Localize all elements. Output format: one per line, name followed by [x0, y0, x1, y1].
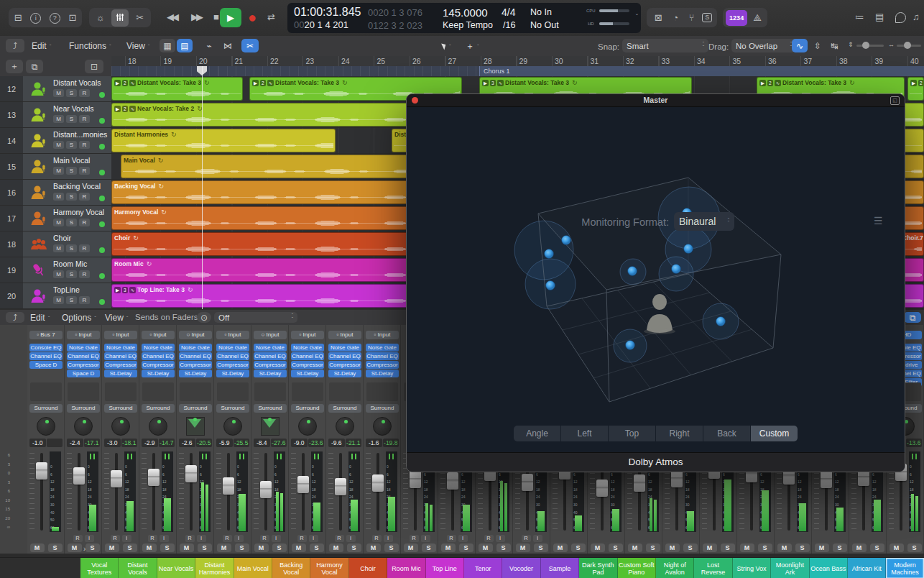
input-slot-button[interactable]: ▫ Input — [67, 331, 100, 339]
sends-power-icon[interactable]: ⊙ — [197, 312, 211, 323]
take-folder-play-icon[interactable]: ▶ — [759, 80, 766, 86]
fader-cap[interactable] — [671, 470, 683, 487]
audio-region[interactable]: ▶2∿Distant Vocals: Take 3↻ — [907, 77, 924, 101]
fx-plugin-button[interactable]: Channel EQ — [366, 352, 399, 360]
track-name[interactable]: Near Vocals — [53, 104, 109, 113]
editors-icon[interactable]: ▤ — [872, 12, 887, 22]
track-select-chip[interactable]: Modern Machines — [886, 558, 924, 578]
mute-button[interactable]: M — [441, 543, 456, 552]
track-select-chip[interactable]: African Kit — [848, 558, 886, 578]
fader-cap[interactable] — [522, 474, 533, 491]
track-number[interactable]: 17 — [0, 206, 24, 231]
view-button-back[interactable]: Back — [703, 426, 750, 441]
take-folder-play-icon[interactable]: ▶ — [482, 80, 489, 86]
fx-plugin-button[interactable]: St-Delay — [254, 370, 287, 377]
duplicate-track-button[interactable]: ⧉ — [26, 60, 43, 73]
fx-plugin-button[interactable]: Channel EQ — [216, 352, 249, 360]
track-select-chip[interactable]: Dark Synth Pad — [579, 558, 617, 578]
solo-button[interactable]: S — [422, 543, 436, 552]
sends-area[interactable] — [180, 382, 211, 401]
track-header[interactable]: Room MicMSR — [23, 257, 111, 283]
volume-db-value[interactable]: -5.9 — [216, 439, 233, 447]
input-monitor-button[interactable]: I — [122, 535, 131, 542]
track-name[interactable]: TopLine — [53, 285, 109, 294]
output-slot-button[interactable]: Surround — [67, 404, 100, 413]
pan-knob[interactable] — [74, 417, 93, 436]
vertical-zoom-icon[interactable]: ⇳ — [810, 39, 825, 52]
solo-button[interactable]: S — [86, 543, 100, 552]
record-ready-button[interactable]: R — [111, 535, 120, 542]
list-editors-icon[interactable]: ≔ — [852, 12, 867, 22]
track-select-chip[interactable]: Sample — [541, 558, 579, 578]
mixer-expand-icon[interactable]: › — [83, 545, 86, 553]
pan-knob[interactable] — [111, 417, 130, 436]
input-monitor-dot[interactable] — [99, 196, 105, 201]
mute-button[interactable]: M — [665, 543, 680, 552]
sends-area[interactable] — [217, 382, 249, 401]
solo-button[interactable]: S — [384, 543, 399, 552]
mute-button[interactable]: M — [53, 167, 64, 175]
fader-cap[interactable] — [260, 481, 272, 498]
mute-button[interactable]: M — [53, 89, 64, 97]
fx-plugin-button[interactable]: Noise Gate — [254, 344, 287, 352]
track-header[interactable]: Harmony VocalMSR — [23, 206, 111, 231]
sends-area[interactable] — [292, 382, 323, 401]
inspector-icon[interactable]: i — [27, 12, 44, 24]
solo-button[interactable]: S — [66, 270, 77, 278]
lcd-time-signature[interactable]: 4/4 — [502, 6, 515, 18]
surround-panner[interactable] — [261, 417, 279, 436]
volume-db-value[interactable]: -2.6 — [179, 439, 195, 447]
fx-plugin-button[interactable]: Compressor — [67, 361, 100, 369]
fader-cap[interactable] — [185, 465, 197, 482]
pan-control[interactable] — [27, 416, 65, 437]
mute-button[interactable]: M — [628, 543, 642, 552]
solo-button[interactable]: S — [496, 543, 511, 552]
record-ready-button[interactable]: R — [223, 535, 232, 542]
fx-plugin-button[interactable]: Channel EQ — [254, 352, 287, 360]
mixer-edit-menu[interactable]: Editˇ — [30, 311, 50, 324]
record-button[interactable]: R — [79, 89, 90, 97]
view-menu[interactable]: Viewˇ — [126, 40, 149, 52]
record-ready-button[interactable]: R — [372, 535, 382, 542]
record-button[interactable]: R — [79, 193, 90, 201]
volume-db-value[interactable]: -9.0 — [291, 439, 308, 447]
fx-plugin-button[interactable]: Noise Gate — [216, 344, 249, 352]
track-select-chip[interactable]: Near Vocals — [157, 558, 195, 578]
send-db-value[interactable] — [47, 439, 63, 447]
output-slot-button[interactable]: Surround — [29, 404, 63, 413]
input-monitor-button[interactable]: I — [197, 535, 206, 542]
volume-db-value[interactable]: -3.0 — [104, 439, 121, 447]
take-folder-play-icon[interactable]: ▶ — [114, 80, 121, 86]
notes-icon[interactable] — [892, 12, 909, 24]
track-header[interactable]: Distant VocalsMSR — [23, 76, 111, 101]
fx-plugin-button[interactable]: Compressor — [328, 361, 361, 369]
sends-area[interactable] — [254, 382, 286, 401]
view-button-top[interactable]: Top — [609, 426, 655, 441]
quick-help-icon[interactable]: ? — [47, 12, 63, 24]
output-slot-button[interactable]: Surround — [254, 404, 287, 413]
play-button[interactable]: ▶ — [220, 8, 241, 27]
mute-button[interactable]: M — [591, 543, 605, 552]
cycle-button[interactable]: ⇄ — [264, 12, 278, 22]
send-db-value[interactable]: -23.6 — [308, 439, 325, 447]
list-view-icon[interactable]: ▤ — [177, 39, 193, 52]
send-db-value[interactable]: -25.5 — [234, 439, 250, 447]
horizontal-zoom-slider[interactable] — [897, 45, 921, 47]
fx-plugin-button[interactable]: Compressor — [291, 361, 324, 369]
add-track-button[interactable]: ＋ — [6, 60, 23, 73]
input-monitor-dot[interactable] — [99, 118, 105, 124]
solo-button[interactable]: S — [870, 543, 884, 552]
fx-plugin-button[interactable]: Noise Gate — [291, 344, 324, 352]
browsers-icon[interactable]: ♫ — [910, 12, 923, 22]
mute-button[interactable]: M — [142, 543, 157, 552]
audio-object-dot[interactable] — [562, 236, 571, 245]
mute-button[interactable]: M — [53, 219, 64, 226]
audio-object-dot[interactable] — [628, 267, 637, 276]
fader-cap[interactable] — [36, 462, 47, 480]
track-select-chip[interactable]: Lost Reverse — [694, 558, 732, 578]
solo-button[interactable]: S — [123, 543, 137, 552]
fader-cap[interactable] — [821, 471, 832, 488]
output-slot-button[interactable]: Surround — [328, 404, 361, 413]
mute-button[interactable]: M — [703, 543, 717, 552]
fader-cap[interactable] — [297, 476, 309, 493]
